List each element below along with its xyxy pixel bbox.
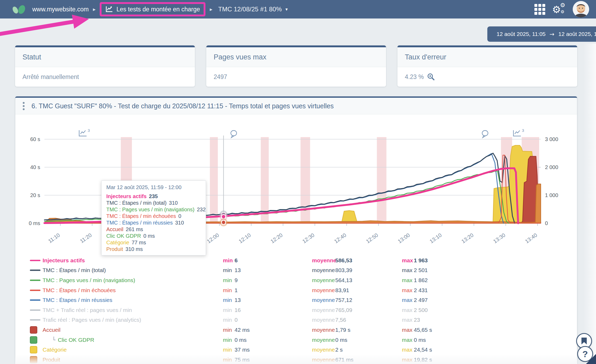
tooltip-row: Produit310 ms — [106, 246, 201, 253]
date-range-end: 12 août 2025, 13:41 — [558, 31, 596, 37]
svg-text:12:30: 12:30 — [301, 232, 315, 244]
svg-text:13:20: 13:20 — [460, 232, 475, 244]
chart-panel-header: 6. TMC Guest "SURF" 80% - Test de charge… — [15, 98, 577, 114]
corner-flap — [586, 354, 596, 364]
legend-swatch-line — [30, 270, 40, 271]
svg-text:3: 3 — [522, 128, 524, 133]
legend-stat-moyenne: moyenne2 s — [312, 347, 335, 353]
legend-row[interactable]: Injecteurs actifsmin6moyenne586,53max1 9… — [15, 255, 577, 265]
tooltip-row: TMC : Étapes / min échouées0 — [106, 213, 201, 220]
svg-text:12:40: 12:40 — [333, 232, 347, 244]
svg-text:2 000: 2 000 — [545, 164, 558, 170]
apps-grid-icon[interactable] — [534, 4, 545, 15]
kebab-menu-icon[interactable] — [21, 100, 26, 112]
legend-stat-max: max24,54 s — [402, 347, 412, 353]
tooltip-row: TMC : Pages vues / min (navigations)232 — [106, 206, 201, 213]
tooltip-row: Catégorie77 ms — [106, 239, 201, 246]
card-title: Taux d'erreur — [405, 53, 446, 61]
tooltip-row: Injecteurs actifs235 — [106, 193, 201, 200]
legend-stat-min: min75 ms — [223, 357, 232, 363]
right-edge-fade — [583, 44, 596, 364]
legend-row[interactable]: TMC + Trafic réel : pages vues / minmin1… — [15, 305, 577, 315]
annotation-chart-icon — [79, 130, 86, 136]
legend-swatch-line — [30, 309, 40, 311]
legend-label: Trafic réel : Pages vues / min (analytic… — [43, 317, 141, 323]
chart-panel-title: 6. TMC Guest "SURF" 80% - Test de charge… — [31, 102, 334, 110]
legend-row[interactable]: TMC : Étapes / min (total)min13moyenne80… — [15, 265, 577, 276]
svg-text:12:20: 12:20 — [269, 232, 284, 244]
legend-row[interactable]: TMC : Étapes / min réussiesmin13moyenne7… — [15, 295, 577, 305]
legend-stat-min: min13 — [223, 267, 232, 273]
tooltip-series-name: Accueil — [106, 226, 123, 232]
legend-row[interactable]: Catégoriemin37 msmoyenne2 smax24,54 s — [15, 345, 577, 355]
card-body: 2497 — [206, 67, 386, 87]
test-selector-label: TMC 12/08/25 #1 80% — [218, 6, 282, 13]
zoom-in-icon[interactable] — [427, 73, 435, 81]
legend-stat-moyenne: moyenne0 ms — [312, 337, 335, 343]
bookmark-icon — [581, 337, 587, 345]
legend-label: Injecteurs actifs — [43, 257, 85, 264]
legend-row[interactable]: Produitmin75 msmoyenne671 msmax19,82 s — [15, 355, 577, 364]
legend-row[interactable]: Accueilmin42 msmoyenne1,79 smax45,65 s — [15, 325, 577, 335]
user-avatar[interactable] — [573, 1, 589, 17]
date-range-picker[interactable]: 12 août 2025, 11:05 → 12 août 2025, 13:4… — [487, 26, 596, 42]
settings-gears-icon[interactable]: ⚙⚙⚙ — [552, 2, 566, 16]
annotation-comment-icon — [482, 130, 488, 138]
chevron-right-icon: ▸ — [93, 6, 95, 12]
legend-stat-moyenne: moyenne803,39 — [312, 267, 335, 273]
card-header: Statut — [15, 47, 195, 67]
legend-label: Catégorie — [43, 347, 67, 353]
chart-legend: Injecteurs actifsmin6moyenne586,53max1 9… — [15, 255, 577, 364]
svg-text:0: 0 — [545, 220, 548, 226]
legend-label: Produit — [43, 357, 60, 363]
annotation-comment-icon — [231, 130, 237, 138]
timeseries-chart[interactable]: 0 ms20 s40 s60 s01 0002 0003 00011:1011:… — [15, 128, 577, 260]
card-taux-erreur: Taux d'erreur 4.23 % — [397, 45, 577, 87]
tooltip-rows: Injecteurs actifs235TMC : Étapes / min (… — [106, 193, 201, 253]
legend-swatch-line — [30, 300, 40, 301]
card-body: Arrêté manuellement — [15, 67, 195, 87]
legend-label: Accueil — [43, 327, 61, 333]
chart-plot-area[interactable]: 0 ms20 s40 s60 s01 0002 0003 00011:1011:… — [15, 128, 577, 260]
legend-swatch-box — [30, 336, 37, 344]
nav-item-label: Les tests de montée en charge — [116, 6, 200, 13]
legend-stat-min: min42 ms — [223, 327, 232, 333]
legend-row[interactable]: Trafic réel : Pages vues / min (analytic… — [15, 315, 577, 325]
legend-stat-min: min0 — [223, 317, 232, 323]
legend-swatch-line — [30, 290, 40, 291]
breadcrumb-site[interactable]: www.mywebsite.com — [32, 6, 89, 13]
legend-row[interactable]: └Clic OK GDPRmin0 msmoyenne0 msmax0 ms — [15, 335, 577, 345]
legend-label: TMC + Trafic réel : pages vues / min — [43, 307, 132, 313]
svg-text:11:10: 11:10 — [47, 232, 61, 244]
card-header: Taux d'erreur — [397, 47, 577, 67]
tooltip-series-value: 310 — [169, 200, 178, 206]
legend-row[interactable]: TMC : Pages vues / min (navigations)min9… — [15, 275, 577, 285]
legend-stat-min: min37 ms — [223, 347, 232, 353]
chevron-down-icon: ▾ — [285, 7, 288, 12]
tooltip-series-name: Catégorie — [106, 240, 129, 245]
tooltip-series-name: Injecteurs actifs — [106, 193, 146, 199]
legend-stat-min: min6 — [223, 257, 233, 264]
svg-text:13:00: 13:00 — [397, 232, 411, 244]
card-value: 2497 — [214, 73, 227, 81]
test-selector-dropdown[interactable]: TMC 12/08/25 #1 80% ▾ — [218, 6, 288, 13]
legend-row[interactable]: TMC : Étapes / min échouéesmin1moyenne83… — [15, 285, 577, 295]
card-title: Statut — [22, 53, 41, 61]
svg-text:12:10: 12:10 — [238, 232, 252, 244]
svg-text:13:40: 13:40 — [524, 232, 538, 244]
legend-stat-moyenne: moyenne586,53 — [312, 257, 336, 264]
chevron-right-icon: ▸ — [210, 6, 212, 12]
legend-stat-max: max2 501 — [402, 267, 412, 273]
legend-swatch-line — [30, 319, 40, 321]
legend-stat-max: max2 431 — [402, 287, 412, 293]
brand-logo-icon[interactable] — [11, 3, 30, 16]
legend-stat-moyenne: moyenne757,12 — [312, 297, 335, 303]
card-body: 4.23 % — [397, 67, 577, 87]
nav-item-load-tests[interactable]: Les tests de montée en charge — [100, 2, 205, 16]
avatar-illustration — [573, 1, 589, 17]
legend-stat-max: max1 862 — [402, 277, 412, 283]
chart-tooltip: Mar 12 août 2025, 11:59 - 12:00 Injecteu… — [101, 180, 206, 255]
svg-text:12:50: 12:50 — [365, 232, 379, 244]
tooltip-series-name: TMC : Étapes / min réussies — [106, 220, 173, 226]
svg-text:40 s: 40 s — [30, 164, 40, 170]
